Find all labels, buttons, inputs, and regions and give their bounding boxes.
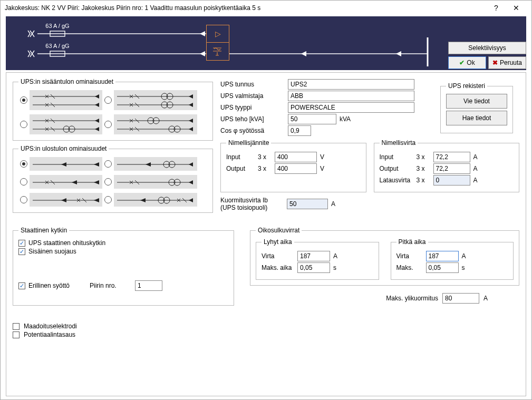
- ups-properties: UPS tunnus UPS valmistaja UPS tyyppi UPS…: [220, 78, 519, 213]
- ups-registry-group: UPS rekisteri Vie tiedot Hae tiedot: [440, 82, 513, 133]
- electrode-label: Maadoituselektrodi: [24, 323, 77, 330]
- circuit-no-input[interactable]: [135, 280, 162, 291]
- svg-marker-52: [61, 198, 66, 202]
- ups-power-label: UPS teho [kVA]: [220, 115, 285, 123]
- cancel-button[interactable]: ✖ Peruuta: [488, 56, 526, 69]
- load-unit: A: [331, 200, 346, 208]
- input-topology-group: UPS:in sisääntulon ominaisuudet: [13, 78, 213, 141]
- st-t-label: Maks. aika: [262, 264, 294, 271]
- shortcircuit-group: Oikosulkuvirrat Lyhyt aika Virta A Maks.…: [250, 227, 519, 286]
- bypass-checkbox[interactable]: ✓: [18, 240, 25, 247]
- out-topo-radio-2[interactable]: [104, 160, 112, 168]
- in-topo-radio-1[interactable]: [20, 96, 27, 104]
- bypass-icon: ▷: [207, 25, 229, 43]
- window-title: Jakokeskus: NK 2 VV Piiri: Jakokeskus Pi…: [5, 4, 486, 12]
- import-button[interactable]: Hae tiedot: [446, 111, 507, 125]
- load-input[interactable]: [287, 199, 328, 209]
- output-topology-legend: UPS:in ulostulon ominaisuudet: [18, 145, 109, 152]
- nom-i-legend: Nimellisvirta: [380, 139, 418, 147]
- st-t-input[interactable]: [297, 262, 330, 273]
- svg-marker-38: [94, 162, 99, 167]
- close-button[interactable]: ✕: [506, 4, 526, 12]
- ups-cos-label: Cos φ syötössä: [220, 127, 285, 134]
- out-topo-radio-6[interactable]: [104, 196, 112, 203]
- in-topo-opt-2[interactable]: [113, 90, 198, 111]
- electrode-checkbox[interactable]: [13, 323, 20, 330]
- grounding-section: Maadoituselektrodi Potentiaalintasaus: [13, 323, 234, 338]
- bonding-checkbox[interactable]: [13, 331, 20, 338]
- out-topo-radio-1[interactable]: [20, 160, 27, 168]
- ni-ch-label: Latausvirta: [380, 177, 413, 184]
- ni-ch-mul: 3 x: [417, 177, 430, 184]
- lt-i-unit: A: [462, 252, 477, 260]
- separate-feed-checkbox[interactable]: ✓: [18, 282, 25, 289]
- out-topo-radio-5[interactable]: [20, 196, 27, 203]
- nv-in-input[interactable]: [275, 152, 317, 162]
- long-time-group: Pitkä aika Virta A Maks. s: [391, 238, 514, 280]
- out-topo-radio-4[interactable]: [104, 178, 112, 186]
- ni-out-input[interactable]: [433, 163, 470, 174]
- ni-ch-input[interactable]: [433, 175, 470, 186]
- nv-out-input[interactable]: [275, 163, 317, 174]
- svg-marker-45: [72, 180, 77, 184]
- st-i-input[interactable]: [297, 251, 330, 261]
- nv-in-mul: 3 x: [258, 153, 272, 161]
- ups-power-input[interactable]: [288, 114, 336, 124]
- svg-marker-43: [189, 162, 193, 167]
- separate-feed-label: Erillinen syöttö: [28, 282, 86, 289]
- in-topo-radio-2[interactable]: [104, 96, 112, 104]
- lt-t-label: Maks.: [396, 264, 423, 271]
- out-topo-opt-5[interactable]: [29, 192, 103, 207]
- ni-in-mul: 3 x: [417, 153, 430, 161]
- lt-i-input[interactable]: [426, 251, 459, 261]
- help-button[interactable]: ?: [486, 4, 506, 12]
- ups-type-input[interactable]: [288, 102, 414, 113]
- out-topo-radio-3[interactable]: [20, 178, 27, 186]
- protect-checkbox[interactable]: ✓: [18, 248, 25, 255]
- selectivity-button[interactable]: Selektiivisyys: [448, 42, 526, 54]
- ups-id-input[interactable]: [288, 79, 414, 90]
- nom-v-legend: Nimellisjännite: [226, 139, 271, 147]
- in-topo-radio-4[interactable]: [104, 121, 112, 128]
- dialog-actions: Selektiivisyys ✔ Ok ✖ Peruuta: [448, 42, 526, 71]
- titlebar: Jakokeskus: NK 2 VV Piiri: Jakokeskus Pi…: [1, 1, 531, 15]
- svg-marker-58: [189, 198, 193, 202]
- export-button[interactable]: Vie tiedot: [446, 94, 507, 109]
- lt-t-input[interactable]: [426, 262, 459, 273]
- short-time-legend: Lyhyt aika: [262, 238, 294, 246]
- in-topo-radio-3[interactable]: [20, 121, 27, 128]
- protect-label: Sisäinen suojaus: [28, 248, 76, 255]
- in-topo-opt-4[interactable]: [113, 114, 198, 135]
- input-topology-legend: UPS:in sisääntulon ominaisuudet: [18, 78, 115, 85]
- circuit-no-label: Piirin nro.: [90, 282, 132, 289]
- ups-cos-input[interactable]: [288, 125, 311, 136]
- st-i-label: Virta: [262, 252, 294, 260]
- svg-marker-50: [189, 180, 193, 184]
- ups-type-label: UPS tyyppi: [220, 104, 285, 111]
- svg-marker-5: [200, 51, 205, 56]
- in-topo-opt-3[interactable]: [29, 114, 103, 135]
- ni-out-mul: 3 x: [417, 165, 430, 172]
- overload-input[interactable]: [442, 293, 479, 304]
- nv-out-unit: V: [320, 165, 335, 172]
- output-topology-group: UPS:in ulostulon ominaisuudet: [13, 145, 213, 213]
- ni-in-label: Input: [380, 153, 413, 161]
- nv-out-mul: 3 x: [258, 165, 272, 172]
- out-topo-opt-1[interactable]: [29, 157, 103, 171]
- ni-in-input[interactable]: [433, 152, 470, 162]
- svg-marker-37: [61, 162, 66, 167]
- static-switch-section: Staattinen kytkin ✓ UPS staattinen ohitu…: [13, 227, 234, 339]
- out-topo-opt-6[interactable]: [113, 192, 198, 207]
- bypass-label: UPS staattinen ohituskytkin: [28, 239, 105, 247]
- out-topo-opt-4[interactable]: [113, 174, 198, 189]
- ok-button[interactable]: ✔ Ok: [448, 56, 486, 69]
- svg-marker-26: [95, 119, 99, 123]
- ni-in-unit: A: [473, 153, 488, 161]
- ups-dialog: Jakokeskus: NK 2 VV Piiri: Jakokeskus Pi…: [0, 0, 532, 400]
- out-topo-opt-3[interactable]: [29, 174, 103, 189]
- svg-marker-55: [140, 198, 146, 202]
- in-topo-opt-1[interactable]: [29, 90, 103, 111]
- ni-out-label: Output: [380, 165, 413, 172]
- ups-make-input[interactable]: [288, 91, 414, 101]
- out-topo-opt-2[interactable]: [113, 157, 198, 171]
